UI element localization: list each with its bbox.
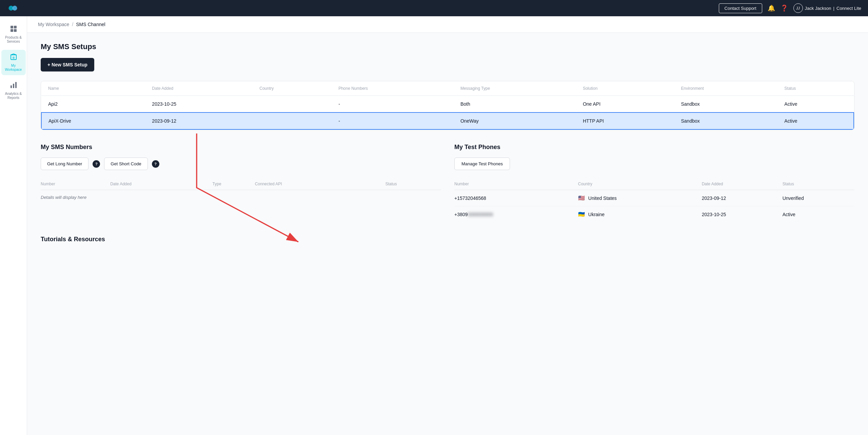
grid-icon	[10, 25, 17, 34]
col-date-added: Date Added	[145, 81, 253, 96]
get-long-number-button[interactable]: Get Long Number	[41, 158, 88, 170]
num-col-type: Type	[213, 178, 255, 190]
long-number-help-badge[interactable]: ?	[93, 160, 100, 168]
phone-number-2-blurred: XXXXXXXX	[468, 212, 493, 217]
cell-date: 2023-10-25	[145, 96, 253, 113]
topnav: Contact Support 🔔 ❓ JJ Jack Jackson | Co…	[0, 0, 868, 16]
cell-solution: One API	[576, 96, 674, 113]
cell-country	[253, 96, 332, 113]
table-row[interactable]: Api2 2023-10-25 - Both One API Sandbox A…	[41, 96, 854, 113]
phone-col-date: Date Added	[702, 178, 783, 190]
phone-number-1: +15732046568	[454, 190, 578, 206]
num-col-api: Connected API	[255, 178, 386, 190]
cell-phones-highlighted: -	[332, 112, 454, 129]
numbers-empty-row: Details will display here	[41, 190, 441, 205]
sms-setups-table: Name Date Added Country Phone Numbers Me…	[41, 81, 854, 130]
col-solution: Solution	[576, 81, 674, 96]
bottom-section: My SMS Numbers Get Long Number ? Get Sho…	[41, 144, 854, 222]
test-phones-table: Number Country Date Added Status +157320…	[454, 178, 854, 222]
num-col-date: Date Added	[110, 178, 212, 190]
cell-status-highlighted: Active	[777, 112, 854, 129]
cell-messaging-highlighted: OneWay	[454, 112, 576, 129]
breadcrumb-current: SMS Channel	[76, 22, 105, 27]
tutorials-title: Tutorials & Resources	[41, 236, 854, 243]
topnav-right: Contact Support 🔔 ❓ JJ Jack Jackson | Co…	[719, 3, 861, 13]
breadcrumb-workspace[interactable]: My Workspace	[38, 22, 69, 27]
cell-name: Api2	[41, 96, 145, 113]
num-col-status: Status	[385, 178, 441, 190]
col-status: Status	[777, 81, 854, 96]
logo[interactable]	[7, 2, 19, 14]
col-country: Country	[253, 81, 332, 96]
notification-icon[interactable]: 🔔	[768, 4, 775, 12]
sms-numbers-title: My SMS Numbers	[41, 144, 441, 151]
table-header-row: Name Date Added Country Phone Numbers Me…	[41, 81, 854, 96]
workspace-icon	[10, 53, 17, 62]
short-code-help-badge[interactable]: ?	[152, 160, 159, 168]
phones-header-row: Number Country Date Added Status	[454, 178, 854, 190]
country-name-2: Ukraine	[588, 212, 605, 217]
svg-rect-9	[15, 82, 17, 88]
sms-setups-table-container: Name Date Added Country Phone Numbers Me…	[41, 81, 854, 130]
sidebar-label-products: Products & Services	[3, 36, 24, 44]
sidebar-label-workspace: My Workspace	[3, 64, 24, 72]
table-row[interactable]: +15732046568 🇺🇸 United States 2023-09-12…	[454, 190, 854, 206]
sidebar-item-products-services[interactable]: Products & Services	[1, 22, 26, 47]
user-plan-label: Connect Lite	[836, 6, 861, 11]
user-name-label: Jack Jackson	[805, 6, 831, 11]
sidebar-item-my-workspace[interactable]: My Workspace	[1, 50, 26, 75]
breadcrumb-separator: /	[72, 22, 73, 27]
manage-test-phones-button[interactable]: Manage Test Phones	[454, 158, 510, 170]
phone-status-1: Unverified	[783, 190, 854, 206]
col-environment: Environment	[674, 81, 777, 96]
sidebar-item-analytics[interactable]: Analytics & Reports	[1, 78, 26, 103]
svg-rect-8	[13, 84, 14, 88]
breadcrumb: My Workspace / SMS Channel	[27, 16, 868, 33]
tutorials-section: Tutorials & Resources	[41, 236, 854, 263]
sms-setups-section: Name Date Added Country Phone Numbers Me…	[41, 81, 854, 130]
numbers-header-row: Number Date Added Type Connected API Sta…	[41, 178, 441, 190]
cell-environment: Sandbox	[674, 96, 777, 113]
col-messaging-type: Messaging Type	[454, 81, 576, 96]
help-icon[interactable]: ❓	[781, 4, 788, 12]
cell-environment-highlighted: Sandbox	[674, 112, 777, 129]
numbers-empty-message: Details will display here	[41, 190, 441, 205]
phone-col-number: Number	[454, 178, 578, 190]
svg-rect-5	[14, 29, 17, 32]
cell-solution-highlighted: HTTP API	[576, 112, 674, 129]
svg-rect-3	[14, 26, 17, 28]
get-short-code-button[interactable]: Get Short Code	[104, 158, 147, 170]
phone-country-2: 🇺🇦 Ukraine	[578, 206, 702, 223]
test-phones-section: My Test Phones Manage Test Phones Number…	[454, 144, 854, 222]
page-title: My SMS Setups	[41, 42, 854, 51]
svg-point-1	[12, 6, 17, 11]
phone-date-2: 2023-10-25	[702, 206, 783, 223]
flag-ua: 🇺🇦	[578, 211, 585, 218]
table-row-highlighted[interactable]: ApiX-Drive 2023-09-12 - OneWay HTTP API …	[41, 112, 854, 129]
cell-status: Active	[777, 96, 854, 113]
svg-rect-7	[11, 85, 12, 88]
analytics-icon	[10, 81, 17, 90]
cell-date-highlighted: 2023-09-12	[145, 112, 253, 129]
contact-support-button[interactable]: Contact Support	[719, 3, 762, 13]
cell-messaging: Both	[454, 96, 576, 113]
user-menu[interactable]: JJ Jack Jackson | Connect Lite	[793, 3, 861, 13]
sms-number-buttons: Get Long Number ? Get Short Code ?	[41, 158, 441, 170]
phone-status-2: Active	[783, 206, 854, 223]
cell-name-highlighted: ApiX-Drive	[41, 112, 145, 129]
svg-rect-4	[11, 29, 13, 32]
phone-number-2: +3809XXXXXXXX	[454, 206, 578, 223]
svg-rect-2	[11, 26, 13, 28]
svg-rect-6	[13, 57, 15, 59]
main-content: My Workspace / SMS Channel My SMS Setups…	[27, 16, 868, 435]
flag-us: 🇺🇸	[578, 195, 585, 201]
sidebar: Products & Services My Workspace	[0, 16, 27, 435]
phone-date-1: 2023-09-12	[702, 190, 783, 206]
phone-col-status: Status	[783, 178, 854, 190]
divider: |	[833, 6, 834, 11]
new-sms-setup-button[interactable]: + New SMS Setup	[41, 58, 94, 71]
sms-numbers-table: Number Date Added Type Connected API Sta…	[41, 178, 441, 205]
table-row[interactable]: +3809XXXXXXXX 🇺🇦 Ukraine 2023-10-25 A	[454, 206, 854, 223]
col-phone-numbers: Phone Numbers	[332, 81, 454, 96]
phone-country-1: 🇺🇸 United States	[578, 190, 702, 206]
